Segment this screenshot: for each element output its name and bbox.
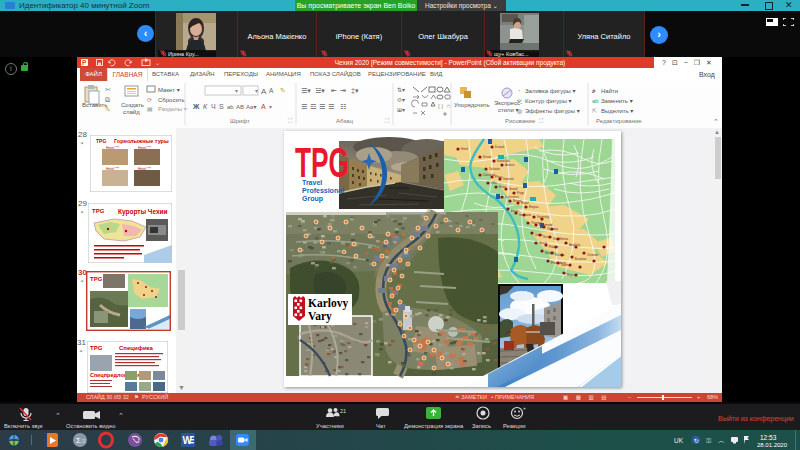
svg-text:TPG: TPG: [92, 208, 105, 214]
svg-text:Karlovy: Karlovy: [308, 297, 348, 310]
svg-text:Kucera: Kucera: [555, 253, 565, 257]
svg-text:⛶: ⛶: [288, 118, 292, 124]
svg-text:⌃: ⌃: [55, 412, 61, 419]
svg-text:Group: Group: [302, 195, 323, 203]
svg-text:Hotel ***: Hotel ***: [138, 146, 152, 150]
svg-text:Макет ▾: Макет ▾: [158, 87, 180, 93]
svg-text:Smetana: Smetana: [519, 213, 531, 217]
svg-text:Найти: Найти: [601, 88, 618, 94]
svg-text:☆: ☆: [446, 103, 451, 109]
svg-text:⊜▾: ⊜▾: [397, 97, 405, 103]
svg-text:‡▾: ‡▾: [351, 87, 359, 94]
svg-text:Заливка фигуры ▾: Заливка фигуры ▾: [525, 88, 576, 94]
svg-text:Hotel ***: Hotel ***: [106, 146, 120, 150]
svg-text:Hotel: Hotel: [461, 147, 468, 151]
svg-text:▾: ▾: [235, 88, 238, 94]
svg-text:≡: ≡: [82, 438, 86, 444]
svg-text:слайд: слайд: [123, 109, 140, 115]
svg-text:Vila Helena: Vila Helena: [553, 237, 569, 241]
svg-text:Ч: Ч: [211, 103, 216, 110]
svg-text:UK: UK: [674, 437, 684, 444]
svg-text:Hotel ***: Hotel ***: [106, 167, 120, 171]
svg-text:Villa: Villa: [491, 181, 497, 185]
svg-text:Salvator: Salvator: [489, 167, 500, 171]
svg-text:⛶: ⛶: [385, 118, 389, 124]
svg-text:Ostende: Ostende: [587, 253, 599, 257]
svg-text:⟳: ⟳: [147, 97, 152, 103]
svg-text:Plaza: Plaza: [495, 175, 503, 179]
svg-text:Hotel ***: Hotel ***: [138, 167, 152, 171]
svg-text:Курорты Чехии: Курорты Чехии: [118, 208, 168, 216]
svg-text:Аа▾: Аа▾: [246, 104, 256, 110]
svg-text:Ulrika: Ulrika: [535, 233, 543, 237]
svg-text:Dvorak: Dvorak: [495, 145, 505, 149]
svg-text:Astoria: Astoria: [505, 163, 515, 167]
svg-text:TPG: TPG: [96, 138, 106, 144]
svg-text:Запись: Запись: [472, 423, 491, 429]
svg-text:12:53: 12:53: [760, 434, 777, 441]
svg-text:Salve: Salve: [561, 263, 569, 267]
svg-text:Regina: Regina: [529, 205, 539, 209]
svg-text:Travel: Travel: [302, 179, 322, 186]
svg-text:Контур фигуры ▾: Контур фигуры ▾: [525, 98, 572, 104]
svg-text:Olympia: Olympia: [547, 227, 558, 231]
svg-text:Заменить ▾: Заменить ▾: [601, 98, 633, 104]
svg-text:К: К: [203, 103, 208, 110]
svg-text:☰▾: ☰▾: [301, 87, 311, 94]
svg-text:А: А: [269, 87, 274, 94]
svg-text:Krivan: Krivan: [483, 155, 492, 159]
svg-text:✎: ✎: [105, 106, 111, 113]
svg-text:Ritter: Ritter: [499, 185, 506, 189]
svg-text:28.01.2020: 28.01.2020: [757, 442, 788, 448]
svg-text:Вставить: Вставить: [82, 102, 107, 108]
svg-text:АВ: АВ: [236, 104, 244, 110]
svg-text:⌄: ⌄: [155, 60, 160, 66]
svg-text:Остановить видео: Остановить видео: [66, 423, 115, 429]
svg-text:⌃: ⌃: [118, 412, 124, 419]
svg-text:✂: ✂: [105, 86, 111, 93]
svg-text:Vojensky: Vojensky: [537, 215, 550, 219]
svg-text:⇤: ⇤: [331, 87, 337, 94]
svg-text:Специфика: Специфика: [119, 345, 154, 351]
svg-text:Шрифт: Шрифт: [230, 118, 250, 124]
svg-text:⚿: ⚿: [706, 437, 711, 444]
svg-text:Участники: Участники: [316, 423, 344, 429]
svg-text:Palatin: Palatin: [549, 245, 559, 249]
svg-text:⛶: ⛶: [539, 118, 543, 124]
svg-text:Сбросить: Сбросить: [158, 97, 185, 103]
svg-text:︿: ︿: [718, 437, 725, 444]
svg-text:⌕: ⌕: [591, 87, 596, 94]
svg-text:Выйти из конференции: Выйти из конференции: [718, 415, 794, 423]
svg-text:⊞▾: ⊞▾: [397, 107, 405, 113]
svg-text:TPG: TPG: [90, 276, 103, 282]
svg-text:Marttel: Marttel: [545, 251, 555, 255]
svg-text:⧉: ⧉: [105, 96, 110, 103]
svg-text:☰: ☰: [328, 103, 334, 110]
svg-text:Σ: Σ: [76, 436, 81, 445]
svg-text:TPG: TPG: [90, 345, 103, 351]
svg-text:⌃: ⌃: [713, 118, 719, 125]
svg-text:ab: ab: [227, 104, 234, 110]
svg-text:☷: ☷: [340, 103, 346, 110]
svg-text:ab: ab: [592, 98, 599, 104]
svg-text:Реакции: Реакции: [503, 423, 525, 429]
svg-text:Эффекты фигуры ▾: Эффекты фигуры ▾: [525, 108, 580, 114]
svg-text:↻: ↻: [694, 438, 699, 444]
svg-text:Демонстрация экрана: Демонстрация экрана: [404, 423, 464, 429]
svg-text:☱▾: ☱▾: [315, 87, 325, 94]
svg-text:Professional: Professional: [302, 187, 344, 194]
svg-text:⇥: ⇥: [340, 87, 346, 94]
svg-text:Sirius: Sirius: [543, 235, 551, 239]
svg-text:Горнолыжные туры: Горнолыжные туры: [114, 138, 169, 144]
svg-text:А: А: [261, 103, 266, 110]
svg-text:▤: ▤: [147, 106, 153, 112]
svg-text:Чат: Чат: [376, 423, 386, 429]
svg-text:Включить звук: Включить звук: [4, 423, 43, 429]
svg-text:Разделы ▾: Разделы ▾: [158, 106, 187, 112]
svg-text:Создать: Создать: [121, 102, 144, 108]
svg-text:✎: ✎: [280, 87, 286, 94]
svg-text:⇱: ⇱: [592, 108, 597, 114]
svg-text:☰: ☰: [319, 103, 325, 110]
svg-text:✏: ✏: [517, 98, 522, 104]
svg-text:стили ▾: стили ▾: [498, 107, 519, 113]
